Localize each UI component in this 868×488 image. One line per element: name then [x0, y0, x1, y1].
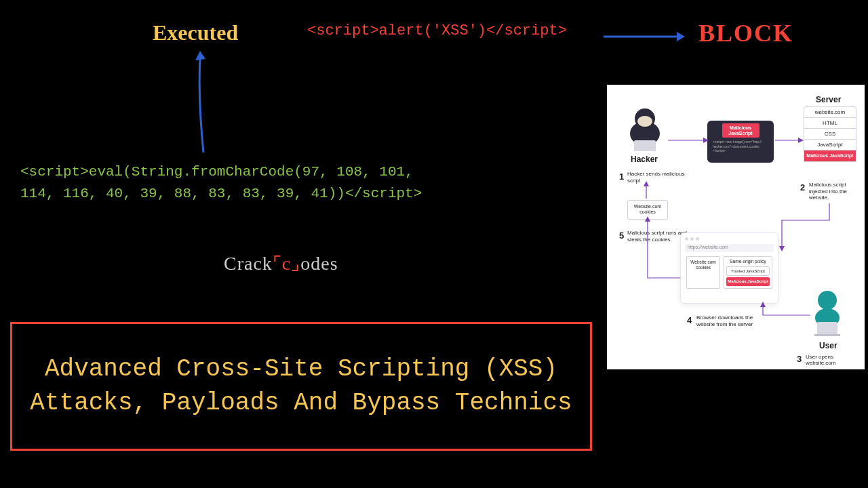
executed-label: Executed: [153, 20, 238, 45]
xss-payload-eval: <script>eval(String.fromCharCode(97, 108…: [20, 161, 422, 204]
crackcodes-logo: Crack⌜c⌟odes: [224, 252, 338, 274]
svg-marker-2: [195, 51, 205, 60]
logo-part1: Crack: [224, 253, 273, 274]
svg-marker-20: [644, 181, 649, 186]
xss-flow-diagram: Hacker Server website.com HTML CSS JavaS…: [607, 85, 865, 369]
logo-c: c: [282, 253, 291, 274]
title-text: Advanced Cross-Site Scripting (XSS) Atta…: [26, 352, 576, 421]
logo-bracket-open: ⌜: [273, 253, 282, 274]
logo-bracket-close: ⌟: [291, 253, 300, 274]
svg-marker-15: [798, 138, 804, 143]
block-label: BLOCK: [698, 19, 793, 47]
diagram-arrows: [607, 85, 865, 369]
arrow-up-icon: [193, 51, 214, 152]
xss-payload-simple: <script>alert('XSS')</script>: [307, 22, 567, 39]
arrow-right-icon: [604, 28, 685, 45]
svg-marker-17: [760, 302, 766, 307]
logo-part2: odes: [300, 253, 338, 274]
svg-marker-18: [645, 216, 650, 222]
svg-marker-16: [779, 246, 785, 251]
svg-marker-1: [677, 32, 685, 41]
title-box: Advanced Cross-Site Scripting (XSS) Atta…: [10, 322, 592, 451]
svg-marker-13: [703, 138, 709, 143]
